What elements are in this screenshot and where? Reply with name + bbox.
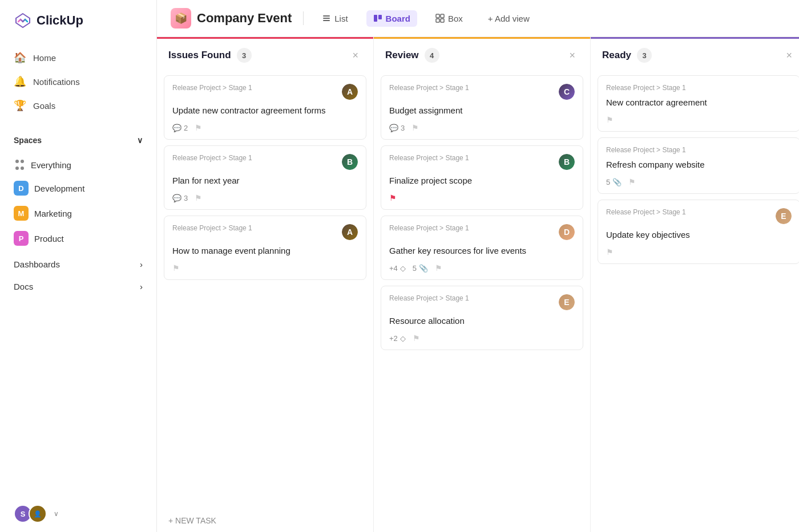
col-cards-review: Release Project > Stage 1 C Budget assig… xyxy=(374,71,590,532)
box-icon xyxy=(435,14,445,23)
user-avatars: S 👤 xyxy=(14,505,47,523)
card-c4[interactable]: Release Project > Stage 1 C Budget assig… xyxy=(381,75,583,140)
column-header-issues-found: Issues Found 3 × xyxy=(157,37,373,71)
svg-rect-6 xyxy=(436,14,439,18)
nav-docs[interactable]: Docs › xyxy=(0,275,156,298)
col-title-review: Review xyxy=(385,50,419,61)
extra-count-c6: +4 xyxy=(389,264,398,273)
footer-chevron-icon: ∨ xyxy=(54,510,59,518)
col-close-ready[interactable]: × xyxy=(782,48,796,63)
development-label: Development xyxy=(34,184,84,193)
card-c1[interactable]: Release Project > Stage 1 A Update new c… xyxy=(164,75,366,140)
nav-goals[interactable]: 🏆 Goals xyxy=(0,94,156,117)
tab-board-label: Board xyxy=(386,14,410,23)
sidebar-item-product[interactable]: P Product xyxy=(0,226,156,251)
card-c5[interactable]: Release Project > Stage 1 B Finalize pro… xyxy=(381,145,583,210)
project-title-group: 📦 Company Event xyxy=(171,8,292,29)
card-c9[interactable]: Release Project > Stage 1 Refresh compan… xyxy=(598,137,799,194)
card-c3-flag: ⚑ xyxy=(172,263,180,273)
card-c7-extra: +2 ◇ xyxy=(389,334,406,343)
docs-label: Docs xyxy=(14,282,33,291)
board: Issues Found 3 × Release Project > Stage… xyxy=(157,37,799,532)
card-c9-title: Refresh company website xyxy=(606,159,792,170)
card-c2-project: Release Project > Stage 1 xyxy=(172,154,252,162)
everything-icon xyxy=(14,159,25,170)
add-view-button[interactable]: + Add view xyxy=(481,10,536,27)
home-icon: 🏠 xyxy=(14,51,26,64)
comment-icon: 💬 xyxy=(172,124,181,132)
card-c9-attachments: 5 📎 xyxy=(606,178,622,186)
card-c4-title: Budget assignment xyxy=(389,104,575,116)
card-c6-attachments: 5 📎 xyxy=(413,264,428,273)
card-c6-flag: ⚑ xyxy=(435,263,442,273)
tab-list[interactable]: List xyxy=(315,10,354,27)
card-c10[interactable]: Release Project > Stage 1 E Update key o… xyxy=(598,200,799,264)
sidebar-footer[interactable]: S 👤 ∨ xyxy=(0,496,156,532)
nav-dashboards[interactable]: Dashboards › xyxy=(0,253,156,275)
col-close-issues-found[interactable]: × xyxy=(349,48,362,63)
clickup-logo-icon xyxy=(14,11,32,30)
board-icon xyxy=(373,14,382,23)
card-c6-title: Gather key resources for live events xyxy=(389,245,575,257)
card-c6-avatar: D xyxy=(559,224,575,240)
card-c6-project: Release Project > Stage 1 xyxy=(389,224,469,232)
product-label: Product xyxy=(34,234,64,243)
svg-rect-7 xyxy=(441,14,444,18)
comment-icon-c2: 💬 xyxy=(172,194,181,202)
bottom-nav: Dashboards › Docs › xyxy=(0,251,156,300)
sidebar: ClickUp 🏠 Home 🔔 Notifications 🏆 Goals S… xyxy=(0,0,157,532)
sidebar-item-development[interactable]: D Development xyxy=(0,176,156,201)
card-c8-flag: ⚑ xyxy=(606,115,614,124)
attach-count-c6: 5 xyxy=(413,264,417,273)
avatar-user2: 👤 xyxy=(29,505,47,523)
tab-list-label: List xyxy=(334,14,348,23)
svg-rect-3 xyxy=(323,20,330,21)
column-header-review: Review 4 × xyxy=(374,37,590,71)
card-c3[interactable]: Release Project > Stage 1 A How to manag… xyxy=(164,216,366,280)
attach-count-c9: 5 xyxy=(606,178,610,186)
tab-board[interactable]: Board xyxy=(366,10,417,27)
chevron-right-icon: › xyxy=(140,259,143,269)
product-badge: P xyxy=(14,231,29,246)
col-title-issues-found: Issues Found xyxy=(168,50,231,61)
card-c6[interactable]: Release Project > Stage 1 D Gather key r… xyxy=(381,216,583,280)
card-c7-flag: ⚑ xyxy=(413,334,420,343)
logo[interactable]: ClickUp xyxy=(0,0,156,41)
nav-notifications-label: Notifications xyxy=(33,77,80,87)
tab-box[interactable]: Box xyxy=(429,10,470,27)
svg-rect-2 xyxy=(323,18,330,19)
sidebar-item-marketing[interactable]: M Marketing xyxy=(0,201,156,226)
col-count-ready: 3 xyxy=(637,48,652,63)
nav-home[interactable]: 🏠 Home xyxy=(0,46,156,70)
card-c3-project: Release Project > Stage 1 xyxy=(172,224,252,232)
sidebar-item-everything[interactable]: Everything xyxy=(0,154,156,176)
paperclip-icon-c9: 📎 xyxy=(612,178,622,186)
card-c7[interactable]: Release Project > Stage 1 E Resource all… xyxy=(381,286,583,350)
card-c4-avatar: C xyxy=(559,84,575,100)
card-c7-avatar: E xyxy=(559,294,575,310)
everything-label: Everything xyxy=(31,160,71,170)
chevron-down-icon: ∨ xyxy=(137,136,143,145)
development-badge: D xyxy=(14,181,29,196)
card-c2[interactable]: Release Project > Stage 1 B Plan for nex… xyxy=(164,145,366,210)
card-c5-flag-active: ⚑ xyxy=(389,193,397,202)
col-title-ready: Ready xyxy=(602,50,631,61)
card-c3-avatar: A xyxy=(342,224,358,240)
nav-notifications[interactable]: 🔔 Notifications xyxy=(0,70,156,94)
tab-box-label: Box xyxy=(448,14,463,23)
card-c5-avatar: B xyxy=(559,154,575,170)
card-c10-title: Update key objectives xyxy=(606,229,792,241)
col-close-review[interactable]: × xyxy=(566,48,579,63)
dashboards-label: Dashboards xyxy=(14,259,60,269)
card-c8[interactable]: Release Project > Stage 1 New contractor… xyxy=(598,75,799,132)
svg-rect-1 xyxy=(323,15,330,17)
spaces-label: Spaces xyxy=(14,136,42,145)
page-header: 📦 Company Event List Board xyxy=(157,0,799,37)
card-c8-project: Release Project > Stage 1 xyxy=(606,84,686,92)
spaces-header[interactable]: Spaces ∨ xyxy=(14,131,143,149)
card-c1-project: Release Project > Stage 1 xyxy=(172,84,252,92)
extra-count-c7: +2 xyxy=(389,334,398,343)
new-task-button-issues[interactable]: + NEW TASK xyxy=(157,509,373,532)
card-c5-title: Finalize project scope xyxy=(389,174,575,186)
col-count-review: 4 xyxy=(425,48,439,63)
